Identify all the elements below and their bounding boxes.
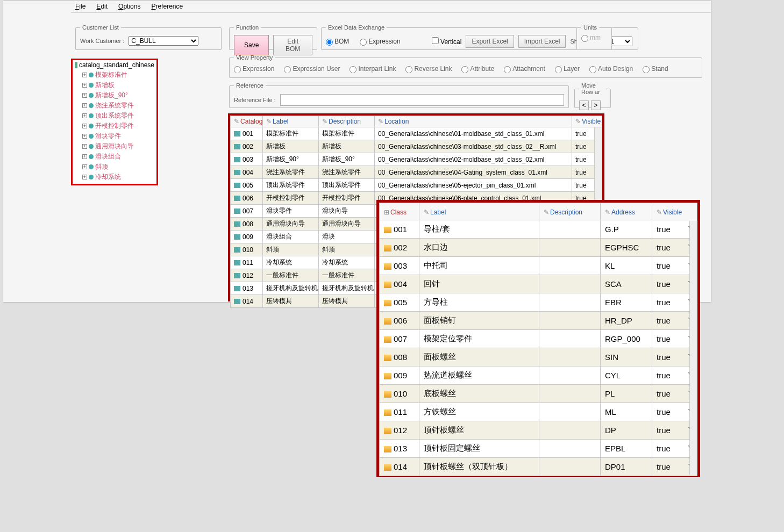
row-icon (384, 391, 391, 398)
menu-file[interactable]: FFileile (75, 3, 85, 10)
node-icon (89, 83, 94, 88)
radio-bom[interactable]: BOM (326, 38, 349, 45)
col-label2[interactable]: ✎Label (419, 203, 539, 220)
viewprop-option[interactable]: Attribute (461, 65, 494, 73)
customer-group: Customer List Work Customer : C_BULL (75, 24, 222, 50)
check-vertical[interactable]: Vertical (432, 37, 462, 46)
node-icon (89, 134, 94, 139)
viewprop-option[interactable]: Expression User (284, 65, 340, 73)
tree-item[interactable]: +新增板_90° (73, 90, 156, 100)
expand-icon[interactable]: + (82, 164, 87, 169)
tree-item[interactable]: +一般标准件 (73, 182, 156, 185)
table-row[interactable]: 007模架定位零件RGP_000true▼ (380, 330, 697, 348)
col-catalog[interactable]: ✎Catalog (231, 116, 263, 127)
table-row[interactable]: 006面板销钉HR_DPtrue▼ (380, 312, 697, 330)
import-button[interactable]: Import Excel (518, 35, 566, 48)
col-addr[interactable]: ✎Address (601, 203, 652, 220)
row-icon (234, 221, 240, 227)
table-row[interactable]: 001导柱/套G.Ptrue▼ (380, 220, 697, 239)
col-loc[interactable]: ✎Location (375, 116, 572, 127)
class-table[interactable]: ⊞Class ✎Label ✎Description ✎Address ✎Vis… (379, 203, 697, 476)
catalog-tree[interactable]: catalog_standard_chinese +模架标准件+新增板+新增板_… (71, 59, 158, 185)
node-icon (89, 164, 94, 169)
vscrollbar[interactable] (689, 221, 697, 475)
menu-options[interactable]: Options (118, 3, 140, 10)
table-row[interactable]: 004回针SCAtrue▼ (380, 275, 697, 293)
tree-item[interactable]: +新增板 (73, 80, 156, 90)
tree-item[interactable]: +开模控制零件 (73, 121, 156, 131)
tree-item[interactable]: +滑块组合 (73, 152, 156, 162)
viewprop-option[interactable]: Layer (555, 65, 580, 73)
viewprop-option[interactable]: Reverse Link (405, 65, 452, 73)
radio-expression[interactable]: Expression (360, 38, 400, 45)
customer-select[interactable]: C_BULL (129, 36, 198, 46)
table-row[interactable]: 008面板螺丝SINtrue▼ (380, 348, 697, 366)
node-icon (89, 175, 94, 179)
tree-item[interactable]: +模架标准件 (73, 70, 156, 80)
tree-item[interactable]: +冷却系统 (73, 172, 156, 182)
menu-preference[interactable]: Preference (151, 3, 183, 10)
table-row[interactable]: 002水口边EGPHSCtrue▼ (380, 239, 697, 257)
tree-item[interactable]: +浇注系统零件 (73, 100, 156, 111)
table-row[interactable]: 002新增板新增板00_General\class\chinese\03-mol… (231, 140, 602, 153)
move-next-button[interactable]: > (591, 100, 601, 110)
expand-icon[interactable]: + (82, 73, 87, 77)
move-prev-button[interactable]: < (579, 100, 589, 110)
radio-mm[interactable]: mm (581, 34, 601, 41)
table-row[interactable]: 012顶针板螺丝DPtrue▼ (380, 421, 697, 440)
function-legend: Function (234, 24, 261, 31)
table-row[interactable]: 010底板螺丝PLtrue▼ (380, 385, 697, 403)
viewprop-option[interactable]: Expression (234, 65, 274, 73)
table-row[interactable]: 014顶针板螺丝（双顶针板）DP01true▼ (380, 458, 697, 476)
expand-icon[interactable]: + (82, 83, 87, 88)
table-row[interactable]: 005顶出系统零件顶出系统零件00_General\class\chinese\… (231, 179, 602, 192)
table-row[interactable]: 005方导柱EBRtrue▼ (380, 293, 697, 312)
menu-edit[interactable]: Edit (96, 3, 108, 10)
tree-item[interactable]: +斜顶 (73, 162, 156, 172)
tree-root[interactable]: catalog_standard_chinese (73, 60, 156, 70)
expand-icon[interactable]: + (82, 154, 87, 159)
node-icon (89, 103, 94, 108)
expand-icon[interactable]: + (82, 134, 87, 139)
save-button[interactable]: Save (234, 35, 269, 55)
reference-input[interactable] (280, 94, 564, 106)
table-row[interactable]: 001模架标准件模架标准件00_General\class\chinese\01… (231, 127, 602, 140)
row-icon (384, 318, 391, 325)
col-desc2[interactable]: ✎Description (539, 203, 601, 220)
viewprop-option[interactable]: Stand (643, 65, 668, 73)
table-row[interactable]: 013顶针板固定螺丝EPBLtrue▼ (380, 440, 697, 458)
table-row[interactable]: 003新增板_90°新增板_90°00_General\class\chines… (231, 153, 602, 166)
tree-item[interactable]: +通用滑块向导 (73, 141, 156, 152)
expand-icon[interactable]: + (82, 124, 87, 128)
row-icon (384, 446, 391, 452)
edit-bom-button[interactable]: Edit BOM (273, 35, 312, 55)
expand-icon[interactable]: + (82, 93, 87, 98)
folder-icon (75, 62, 77, 68)
row-icon (384, 428, 391, 434)
expand-icon[interactable]: + (82, 175, 87, 179)
row-icon (384, 300, 391, 306)
table-row[interactable]: 004浇注系统零件浇注系统零件00_General\class\chinese\… (231, 166, 602, 179)
viewprop-option[interactable]: Auto Design (589, 65, 633, 73)
expand-icon[interactable]: + (82, 144, 87, 149)
row-icon (234, 131, 240, 136)
col-label[interactable]: ✎Label (263, 116, 319, 127)
export-button[interactable]: Export Excel (466, 35, 514, 48)
expand-icon[interactable]: + (82, 103, 87, 108)
node-icon (89, 144, 94, 149)
col-vis2[interactable]: ✎Visible (652, 203, 697, 220)
table-row[interactable]: 003中托司KLtrue▼ (380, 257, 697, 275)
expand-icon[interactable]: + (82, 113, 87, 118)
viewprop-option[interactable]: Interpart Link (350, 65, 396, 73)
node-icon (89, 124, 94, 128)
node-icon (89, 113, 94, 118)
table-row[interactable]: 011方铁螺丝MLtrue▼ (380, 403, 697, 421)
col-vis[interactable]: ✎Visible (572, 116, 602, 127)
col-class[interactable]: ⊞Class (380, 203, 419, 220)
expand-icon[interactable]: + (82, 185, 87, 185)
tree-item[interactable]: +滑块零件 (73, 131, 156, 141)
col-desc[interactable]: ✎Description (319, 116, 375, 127)
table-row[interactable]: 009热流道板螺丝CYLtrue▼ (380, 366, 697, 385)
viewprop-option[interactable]: Attachment (504, 65, 545, 73)
tree-item[interactable]: +顶出系统零件 (73, 111, 156, 121)
